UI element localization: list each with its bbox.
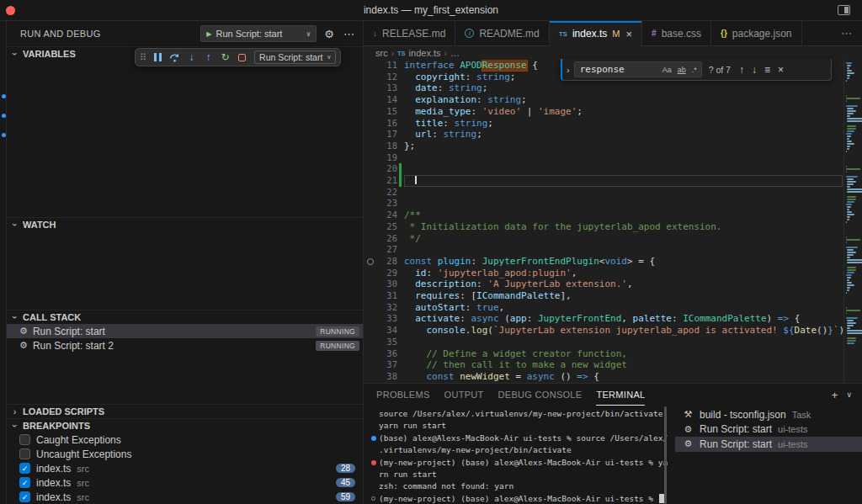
- call-stack-session[interactable]: ⚙Run Script: start 2RUNNING: [7, 338, 363, 353]
- file-breakpoint-row[interactable]: ✓index.tssrc28: [7, 461, 363, 475]
- match-case-icon[interactable]: Aa: [661, 66, 673, 74]
- terminal-tab[interactable]: ⚒build - tsconfig.jsonTask: [675, 407, 862, 422]
- glyph-margin[interactable]: [364, 290, 377, 302]
- code-line[interactable]: 35: [364, 337, 843, 348]
- code-line[interactable]: 24/**: [364, 210, 843, 221]
- toggle-replace-icon[interactable]: ›: [567, 65, 570, 75]
- glyph-margin[interactable]: [364, 106, 377, 118]
- breadcrumb-item[interactable]: src: [375, 48, 388, 58]
- step-into-button[interactable]: ↓: [184, 51, 200, 63]
- checkbox[interactable]: ✓: [19, 463, 30, 474]
- launch-config-select[interactable]: ▶ Run Script: start ∨: [200, 25, 317, 42]
- code-line[interactable]: 23: [364, 198, 843, 210]
- glyph-margin[interactable]: [364, 72, 377, 83]
- command-decoration[interactable]: [368, 436, 379, 441]
- whole-word-icon[interactable]: ab: [676, 66, 688, 74]
- glyph-margin[interactable]: [364, 163, 377, 175]
- code-line[interactable]: 16 title: string;: [364, 118, 843, 130]
- checkbox[interactable]: ✓: [19, 491, 30, 502]
- glyph-margin[interactable]: [364, 210, 377, 221]
- tab-base.css[interactable]: #base.css: [642, 21, 711, 45]
- start-debug-icon[interactable]: ▶: [206, 30, 211, 38]
- close-find-icon[interactable]: ×: [776, 64, 785, 76]
- tab-README.md[interactable]: iREADME.md: [455, 21, 549, 45]
- glyph-margin[interactable]: [364, 175, 377, 187]
- drag-handle-icon[interactable]: ⠿: [140, 52, 146, 63]
- terminal-tab[interactable]: ⚙Run Script: startui-tests: [675, 437, 862, 452]
- code-line[interactable]: 25 * Initialization data for the jupyter…: [364, 221, 843, 233]
- panel-tab-terminal[interactable]: TERMINAL: [596, 384, 645, 406]
- more-actions-icon[interactable]: ⋯: [342, 28, 356, 40]
- restart-button[interactable]: ↻: [217, 51, 233, 63]
- layout-toggle-icon[interactable]: [838, 5, 850, 15]
- tab-index.ts[interactable]: TSindex.tsM×: [550, 21, 642, 46]
- glyph-margin[interactable]: [364, 60, 377, 72]
- checkbox[interactable]: ✓: [19, 477, 30, 488]
- glyph-margin[interactable]: [364, 348, 377, 360]
- breadcrumb-item[interactable]: …: [450, 48, 460, 58]
- code-line[interactable]: 14 explanation: string;: [364, 94, 843, 106]
- call-stack-session[interactable]: ⚙Run Script: startRUNNING: [7, 324, 363, 338]
- code-line[interactable]: 26 */: [364, 233, 843, 245]
- glyph-margin[interactable]: [364, 337, 377, 348]
- code-line[interactable]: 38 const newWidget = async () => {: [364, 371, 843, 383]
- checkbox[interactable]: [19, 448, 30, 459]
- section-watch[interactable]: › WATCH: [7, 217, 363, 231]
- exception-breakpoint-row[interactable]: Caught Exceptions: [7, 432, 363, 447]
- find-in-selection-icon[interactable]: ≡: [763, 64, 772, 76]
- exception-breakpoint-row[interactable]: Uncaught Exceptions: [7, 447, 363, 461]
- code-line[interactable]: 28const plugin: JupyterFrontEndPlugin<vo…: [364, 256, 843, 268]
- file-breakpoint-row[interactable]: ✓index.tssrc59: [7, 490, 363, 504]
- glyph-margin[interactable]: [364, 325, 377, 337]
- glyph-margin[interactable]: [364, 268, 377, 279]
- section-loaded-scripts[interactable]: › LOADED SCRIPTS: [7, 404, 363, 418]
- glyph-margin[interactable]: [364, 313, 377, 325]
- glyph-margin[interactable]: [364, 129, 377, 141]
- terminal-output[interactable]: source /Users/alex/.virtualenvs/my-new-p…: [364, 406, 667, 504]
- command-decoration[interactable]: [368, 460, 379, 465]
- code-line[interactable]: 29 id: 'jupyterlab_apod:plugin',: [364, 268, 843, 279]
- terminal-tab[interactable]: ⚙Run Script: startui-tests: [675, 422, 862, 438]
- code-line[interactable]: 33 activate: async (app: JupyterFrontEnd…: [364, 313, 843, 325]
- glyph-margin[interactable]: [364, 198, 377, 210]
- panel-tab-debug-console[interactable]: DEBUG CONSOLE: [498, 384, 583, 406]
- glyph-margin[interactable]: [364, 94, 377, 106]
- find-previous-icon[interactable]: ↑: [737, 64, 746, 76]
- section-breakpoints[interactable]: › BREAKPOINTS: [7, 418, 363, 432]
- code-line[interactable]: 36 // Define a widget creator function,: [364, 348, 843, 360]
- glyph-margin[interactable]: [364, 279, 377, 290]
- glyph-margin[interactable]: [364, 187, 377, 199]
- glyph-margin[interactable]: [364, 141, 377, 152]
- checkbox[interactable]: [19, 434, 30, 445]
- new-terminal-icon[interactable]: +: [832, 389, 838, 401]
- glyph-margin[interactable]: [364, 221, 377, 233]
- titlebar[interactable]: index.ts — my_first_extension: [0, 0, 862, 21]
- regex-icon[interactable]: .*: [690, 66, 699, 74]
- code-line[interactable]: 31 requires: [ICommandPalette],: [364, 290, 843, 302]
- step-over-button[interactable]: [167, 52, 183, 63]
- code-line[interactable]: 18};: [364, 141, 843, 152]
- breadcrumb-item[interactable]: index.ts: [409, 48, 441, 58]
- code-line[interactable]: 22: [364, 187, 843, 199]
- file-breakpoint-row[interactable]: ✓index.tssrc45: [7, 475, 363, 490]
- terminal-scrollbar[interactable]: [664, 406, 667, 504]
- code-editor[interactable]: 11interface APODResponse {12 copyright: …: [364, 60, 862, 383]
- step-out-button[interactable]: ↑: [200, 51, 216, 63]
- editor-actions-icon[interactable]: ⋯: [831, 27, 862, 40]
- code-line[interactable]: 20: [364, 163, 843, 175]
- glyph-margin[interactable]: [364, 359, 377, 371]
- glyph-margin[interactable]: [364, 371, 377, 383]
- tab-package.json[interactable]: {}package.json: [711, 21, 802, 45]
- code-line[interactable]: 13 date: string;: [364, 82, 843, 94]
- code-line[interactable]: 30 description: 'A JupyterLab extension.…: [364, 279, 843, 290]
- code-line[interactable]: 21: [364, 175, 843, 187]
- tab-RELEASE.md[interactable]: ↓RELEASE.md: [364, 21, 455, 45]
- glyph-margin[interactable]: [364, 118, 377, 130]
- gear-icon[interactable]: ⚙: [322, 28, 336, 40]
- find-next-icon[interactable]: ↓: [750, 64, 758, 76]
- panel-tab-output[interactable]: OUTPUT: [444, 384, 484, 406]
- glyph-margin[interactable]: [364, 302, 377, 314]
- command-decoration[interactable]: [368, 496, 379, 501]
- glyph-margin[interactable]: [364, 82, 377, 94]
- pause-button[interactable]: [150, 53, 166, 61]
